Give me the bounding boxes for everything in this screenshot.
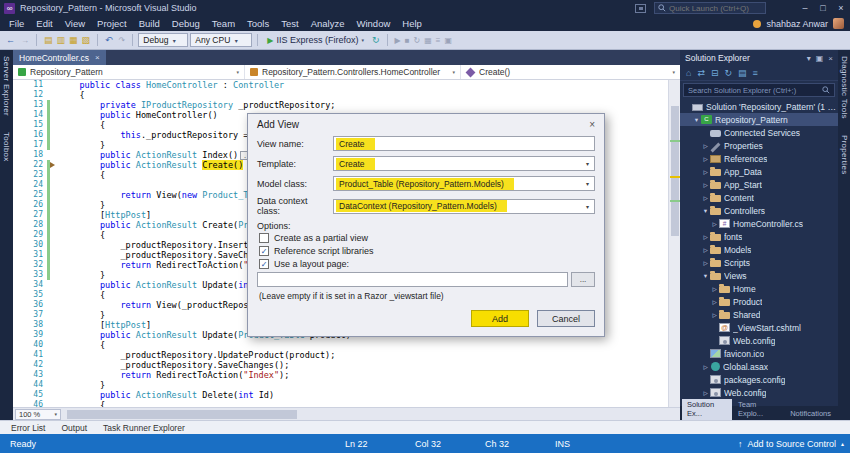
- navigate-back-icon[interactable]: ←: [4, 33, 17, 48]
- close-button[interactable]: ×: [832, 0, 850, 16]
- chevron-collapsed-icon[interactable]: ▷: [710, 286, 719, 292]
- tool-tab-task-runner-explorer[interactable]: Task Runner Explorer: [95, 423, 193, 433]
- notification-icon[interactable]: [753, 20, 761, 28]
- chevron-collapsed-icon[interactable]: ▷: [701, 260, 710, 266]
- tree-item-content[interactable]: ▷Content: [680, 191, 838, 204]
- chevron-collapsed-icon[interactable]: ▷: [701, 247, 710, 253]
- code-line[interactable]: 13 private IProductRepository _productRe…: [13, 100, 668, 110]
- code-line[interactable]: 12 {: [13, 90, 668, 100]
- feedback-icon[interactable]: [635, 4, 646, 13]
- menu-analyze[interactable]: Analyze: [305, 16, 351, 31]
- platform-select[interactable]: Any CPU ▾: [190, 33, 252, 47]
- menu-debug[interactable]: Debug: [166, 16, 206, 31]
- stop-debug-icon[interactable]: ■: [403, 33, 412, 48]
- source-control-button[interactable]: ↑ Add to Source Control ▴: [738, 434, 844, 453]
- horizontal-scrollbar[interactable]: [61, 408, 680, 420]
- project-dropdown[interactable]: Repository_Pattern ▾: [13, 65, 245, 79]
- chevron-collapsed-icon[interactable]: ▷: [701, 390, 710, 396]
- zoom-select[interactable]: 100 % ▾: [15, 409, 61, 420]
- navigate-forward-icon[interactable]: →: [19, 33, 31, 48]
- tree-item-references[interactable]: ▷References: [680, 152, 838, 165]
- window-menu-icon[interactable]: ▾: [807, 54, 811, 63]
- side-tab-toolbox[interactable]: Toolbox: [2, 132, 11, 162]
- scrollbar-thumb[interactable]: [671, 106, 679, 236]
- menu-file[interactable]: File: [3, 16, 30, 31]
- code-line[interactable]: 11 public class HomeController : Control…: [13, 80, 668, 90]
- menu-test[interactable]: Test: [275, 16, 304, 31]
- tree-item-fonts[interactable]: ▷fonts: [680, 230, 838, 243]
- tree-item-models[interactable]: ▷Models: [680, 243, 838, 256]
- panel-tab-team-explo-[interactable]: Team Explo...: [733, 399, 784, 420]
- tree-item-scripts[interactable]: ▷Scripts: [680, 256, 838, 269]
- side-tab-diagnostic-tools[interactable]: Diagnostic Tools: [840, 56, 849, 119]
- field-input[interactable]: Create: [333, 136, 595, 151]
- menu-tools[interactable]: Tools: [241, 16, 275, 31]
- vertical-scrollbar[interactable]: [668, 80, 680, 407]
- tool-tab-output[interactable]: Output: [53, 423, 95, 433]
- collapse-all-icon[interactable]: ⊟: [711, 68, 719, 78]
- tab-homecontroller[interactable]: HomeController.cs ×: [13, 50, 106, 65]
- dialog-close-icon[interactable]: ×: [589, 119, 595, 130]
- chevron-collapsed-icon[interactable]: ▷: [701, 169, 710, 175]
- tree-item-repository-pattern[interactable]: ▼CRepository_Pattern: [680, 113, 838, 126]
- chevron-collapsed-icon[interactable]: ▷: [701, 195, 710, 201]
- tree-item-web-config[interactable]: ▷Web.config: [680, 386, 838, 399]
- tree-item-solution-repository-pattern-1-project-[interactable]: Solution 'Repository_Pattern' (1 project…: [680, 100, 838, 113]
- tree-item-controllers[interactable]: ▼Controllers: [680, 204, 838, 217]
- code-line[interactable]: 45 public ActionResult Delete(int Id): [13, 390, 668, 400]
- menu-team[interactable]: Team: [206, 16, 241, 31]
- menu-window[interactable]: Window: [350, 16, 396, 31]
- menu-view[interactable]: View: [59, 16, 91, 31]
- checkbox-checked[interactable]: ✓: [259, 246, 269, 256]
- side-tab-server-explorer[interactable]: Server Explorer: [2, 56, 11, 116]
- layout-page-input[interactable]: [257, 272, 568, 287]
- tree-item-web-config[interactable]: Web.config: [680, 334, 838, 347]
- solution-search-box[interactable]: Search Solution Explorer (Ctrl+;): [683, 83, 835, 97]
- chevron-collapsed-icon[interactable]: ▷: [701, 156, 710, 162]
- switch-views-icon[interactable]: ⇄: [697, 68, 705, 78]
- break-all-icon[interactable]: ▶: [393, 33, 403, 48]
- add-button[interactable]: Add: [471, 310, 529, 327]
- tree-item-homecontroller-cs[interactable]: ▷#HomeController.cs: [680, 217, 838, 230]
- save-icon[interactable]: ▦: [67, 33, 80, 48]
- tree-item-views[interactable]: ▼Views: [680, 269, 838, 282]
- tree-item--viewstart-cshtml[interactable]: @_ViewStart.cshtml: [680, 321, 838, 334]
- panel-tab-notifications[interactable]: Notifications: [785, 408, 836, 420]
- tree-item-global-asax[interactable]: ▷Global.asax: [680, 360, 838, 373]
- show-all-files-icon[interactable]: ▤: [738, 68, 747, 78]
- pin-icon[interactable]: ▣: [816, 54, 824, 63]
- avatar[interactable]: [833, 18, 844, 29]
- menu-build[interactable]: Build: [133, 16, 166, 31]
- scrollbar-thumb[interactable]: [67, 410, 297, 419]
- checkbox-checked[interactable]: ✓: [259, 259, 269, 269]
- tree-item-product[interactable]: ▷Product: [680, 295, 838, 308]
- home-icon[interactable]: ⌂: [686, 68, 691, 78]
- open-file-icon[interactable]: ▥: [55, 33, 68, 48]
- member-dropdown[interactable]: Create() ▾: [461, 65, 680, 79]
- code-line[interactable]: 42 _productRepository.SaveChanges();: [13, 360, 668, 370]
- redo-icon[interactable]: ↷: [117, 33, 128, 48]
- quick-launch-input[interactable]: [669, 4, 762, 13]
- browse-button[interactable]: ...: [571, 272, 595, 287]
- tree-item-app-data[interactable]: ▷App_Data: [680, 165, 838, 178]
- tree-item-app-start[interactable]: ▷App_Start: [680, 178, 838, 191]
- properties-page-icon[interactable]: ≡: [753, 68, 758, 78]
- dialog-titlebar[interactable]: Add View ×: [248, 114, 604, 135]
- maximize-button[interactable]: □: [814, 0, 832, 16]
- step-icons[interactable]: ▦: [422, 33, 434, 48]
- chevron-collapsed-icon[interactable]: ▷: [701, 182, 710, 188]
- user-name[interactable]: shahbaz Anwar: [766, 19, 828, 29]
- menu-edit[interactable]: Edit: [30, 16, 58, 31]
- field-combo[interactable]: DataContext (Repository_Pattern.Models)▾: [333, 199, 595, 214]
- save-all-icon[interactable]: ▧: [80, 33, 93, 48]
- quick-launch-box[interactable]: [654, 2, 766, 14]
- tree-item-packages-config[interactable]: packages.config: [680, 373, 838, 386]
- outline-icon[interactable]: ≡: [434, 33, 443, 48]
- menu-project[interactable]: Project: [91, 16, 133, 31]
- chevron-expanded-icon[interactable]: ▼: [701, 208, 710, 214]
- chevron-collapsed-icon[interactable]: ▷: [710, 299, 719, 305]
- refresh-icon[interactable]: ↻: [725, 68, 733, 78]
- chevron-collapsed-icon[interactable]: ▷: [701, 364, 710, 370]
- cancel-button[interactable]: Cancel: [537, 310, 595, 327]
- debug-configuration-select[interactable]: Debug ▾: [138, 33, 188, 47]
